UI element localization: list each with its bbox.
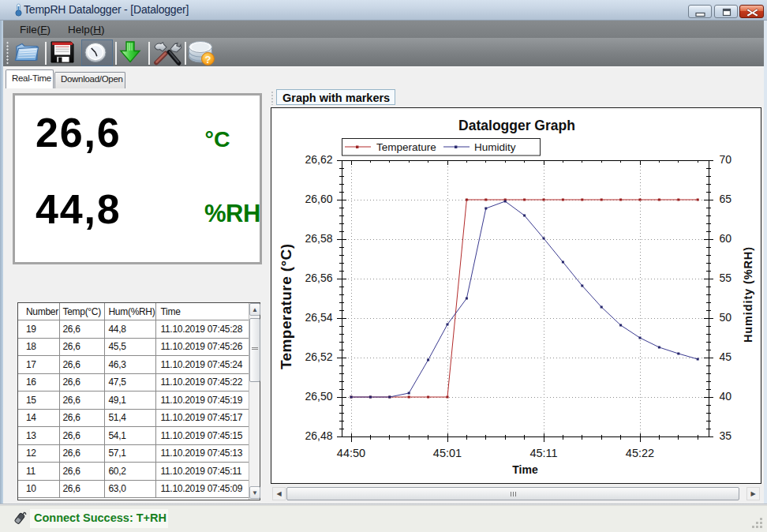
svg-text:65: 65 — [720, 193, 732, 205]
svg-text:Humidity (%RH): Humidity (%RH) — [742, 247, 754, 343]
svg-text:Temperature (°C): Temperature (°C) — [278, 244, 294, 369]
svg-text:55: 55 — [720, 272, 732, 284]
svg-text:26,58: 26,58 — [305, 232, 332, 245]
svg-text:45:01: 45:01 — [433, 447, 462, 459]
svg-text:Temperature: Temperature — [376, 141, 436, 153]
svg-text:Humidity: Humidity — [474, 141, 516, 153]
svg-text:Time: Time — [512, 463, 538, 476]
svg-text:26,50: 26,50 — [305, 390, 332, 403]
svg-text:70: 70 — [720, 153, 732, 166]
svg-text:?: ? — [205, 54, 211, 66]
svg-text:26,52: 26,52 — [305, 350, 332, 363]
svg-text:Datalogger Graph: Datalogger Graph — [458, 118, 575, 133]
svg-text:45:22: 45:22 — [626, 447, 654, 459]
svg-text:45: 45 — [720, 350, 732, 363]
svg-text:35: 35 — [720, 429, 732, 442]
svg-text:26,60: 26,60 — [305, 193, 332, 205]
svg-text:45:11: 45:11 — [529, 447, 557, 459]
svg-text:60: 60 — [720, 232, 732, 245]
svg-text:26,48: 26,48 — [305, 429, 332, 442]
svg-text:50: 50 — [720, 311, 732, 324]
svg-text:40: 40 — [720, 390, 732, 403]
svg-text:44:50: 44:50 — [337, 447, 365, 459]
svg-text:26,56: 26,56 — [305, 272, 332, 284]
svg-text:26,62: 26,62 — [305, 153, 332, 166]
svg-text:26,54: 26,54 — [305, 311, 332, 324]
